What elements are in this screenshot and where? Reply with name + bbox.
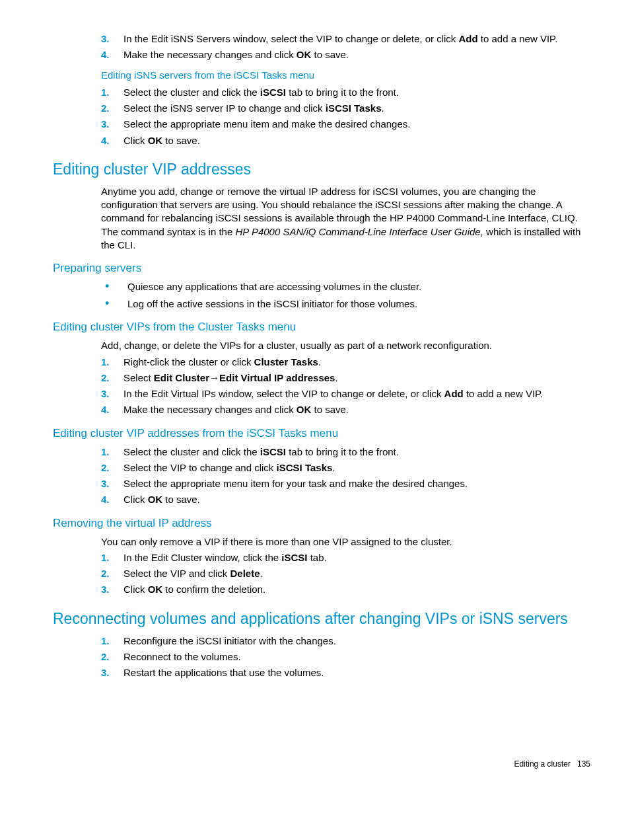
list-item: 4.Make the necessary changes and click O… [101, 48, 590, 61]
list-item: 3.Restart the applications that use the … [101, 666, 590, 679]
list-item: 4.Click OK to save. [101, 493, 590, 506]
iscsi-tasks2-steps: 1.Select the cluster and click the iSCSI… [101, 445, 590, 507]
list-item: 1.Select the cluster and click the iSCSI… [101, 86, 590, 99]
list-item: 3.In the Edit Virtual IPs window, select… [101, 387, 590, 401]
heading-edit-vip: Editing cluster VIP addresses [53, 159, 590, 180]
list-item: 2.Select Edit Cluster→Edit Virtual IP ad… [101, 371, 590, 385]
list-item: 2.Select the iSNS server IP to change an… [101, 102, 590, 115]
edit-vip-para: Anytime you add, change or remove the vi… [101, 185, 590, 252]
continued-steps: 3.In the Edit iSNS Servers window, selec… [101, 32, 590, 62]
prep-bullets: •Quiesce any applications that are acces… [101, 280, 590, 311]
list-item: 3.Click OK to confirm the deletion. [101, 583, 590, 596]
list-item: 3.In the Edit iSNS Servers window, selec… [101, 32, 590, 46]
remove-vip-steps: 1.In the Edit Cluster window, click the … [101, 551, 590, 597]
list-item: 1.Right-click the cluster or click Clust… [101, 356, 590, 369]
list-item: 2.Select the VIP to change and click iSC… [101, 461, 590, 475]
reconnect-steps: 1.Reconfigure the iSCSI initiator with t… [101, 634, 590, 680]
heading-cluster-tasks: Editing cluster VIPs from the Cluster Ta… [53, 320, 590, 335]
remove-vip-para: You can only remove a VIP if there is mo… [101, 535, 590, 549]
list-item: 3.Select the appropriate menu item and m… [101, 118, 590, 131]
list-item: 1.Select the cluster and click the iSCSI… [101, 445, 590, 459]
cluster-tasks-steps: 1.Right-click the cluster or click Clust… [101, 356, 590, 417]
cluster-tasks-para: Add, change, or delete the VIPs for a cl… [101, 339, 590, 352]
list-item: •Log off the active sessions in the iSCS… [101, 297, 590, 311]
heading-iscsi-tasks2: Editing cluster VIP addresses from the i… [53, 426, 590, 441]
list-item: 4.Make the necessary changes and click O… [101, 403, 590, 416]
heading-remove-vip: Removing the virtual IP address [53, 516, 590, 531]
bullet-icon: • [101, 280, 127, 293]
heading-reconnect: Reconnecting volumes and applications af… [53, 609, 590, 629]
heading-prep-servers: Preparing servers [53, 261, 590, 276]
heading-isns-tasks: Editing iSNS servers from the iSCSI Task… [101, 69, 590, 82]
list-item: 4.Click OK to save. [101, 134, 590, 147]
list-item: 3.Select the appropriate menu item for y… [101, 477, 590, 490]
page-footer: Editing a cluster 135 [53, 759, 590, 769]
list-item: •Quiesce any applications that are acces… [101, 280, 590, 293]
list-item: 1.In the Edit Cluster window, click the … [101, 551, 590, 564]
isns-tasks-steps: 1.Select the cluster and click the iSCSI… [101, 86, 590, 147]
list-item: 2.Reconnect to the volumes. [101, 650, 590, 664]
list-item: 1.Reconfigure the iSCSI initiator with t… [101, 634, 590, 648]
list-item: 2.Select the VIP and click Delete. [101, 567, 590, 580]
bullet-icon: • [101, 297, 127, 311]
